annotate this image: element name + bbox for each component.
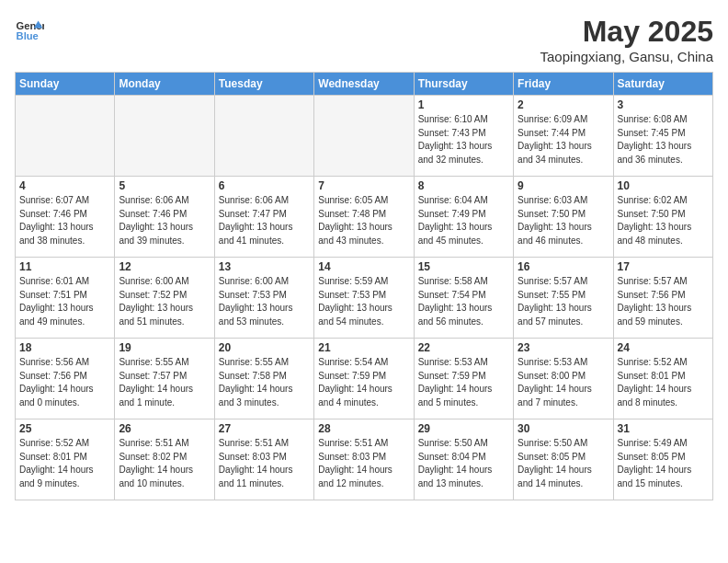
- header-day-tuesday: Tuesday: [214, 73, 313, 96]
- calendar-cell: 17Sunrise: 5:57 AM Sunset: 7:56 PM Dayli…: [613, 258, 712, 339]
- calendar-week-row: 25Sunrise: 5:52 AM Sunset: 8:01 PM Dayli…: [16, 419, 713, 500]
- header-day-friday: Friday: [514, 73, 613, 96]
- day-number: 13: [219, 260, 310, 273]
- calendar-week-row: 11Sunrise: 6:01 AM Sunset: 7:51 PM Dayli…: [16, 258, 713, 339]
- calendar-cell: 14Sunrise: 5:59 AM Sunset: 7:53 PM Dayli…: [314, 258, 414, 339]
- cell-info: Sunrise: 5:56 AM Sunset: 7:56 PM Dayligh…: [19, 356, 110, 409]
- cell-info: Sunrise: 5:53 AM Sunset: 7:59 PM Dayligh…: [418, 356, 509, 409]
- cell-info: Sunrise: 5:50 AM Sunset: 8:04 PM Dayligh…: [418, 437, 509, 490]
- cell-info: Sunrise: 5:52 AM Sunset: 8:01 PM Dayligh…: [19, 437, 110, 490]
- calendar-cell: [314, 96, 414, 177]
- day-number: 1: [418, 98, 509, 111]
- calendar-cell: 23Sunrise: 5:53 AM Sunset: 8:00 PM Dayli…: [514, 339, 613, 419]
- calendar-table: SundayMondayTuesdayWednesdayThursdayFrid…: [15, 72, 713, 500]
- cell-info: Sunrise: 5:49 AM Sunset: 8:05 PM Dayligh…: [618, 437, 709, 490]
- cell-info: Sunrise: 6:06 AM Sunset: 7:46 PM Dayligh…: [119, 194, 210, 247]
- cell-info: Sunrise: 5:55 AM Sunset: 7:57 PM Dayligh…: [119, 356, 210, 409]
- calendar-cell: 6Sunrise: 6:06 AM Sunset: 7:47 PM Daylig…: [214, 177, 313, 258]
- header-day-wednesday: Wednesday: [314, 73, 414, 96]
- cell-info: Sunrise: 5:51 AM Sunset: 8:03 PM Dayligh…: [318, 437, 409, 490]
- title-block: May 2025 Taopingxiang, Gansu, China: [540, 15, 713, 64]
- calendar-cell: 18Sunrise: 5:56 AM Sunset: 7:56 PM Dayli…: [16, 339, 115, 419]
- cell-info: Sunrise: 5:51 AM Sunset: 8:02 PM Dayligh…: [119, 437, 210, 490]
- calendar-cell: 31Sunrise: 5:49 AM Sunset: 8:05 PM Dayli…: [613, 419, 712, 500]
- day-number: 11: [19, 260, 110, 273]
- day-number: 9: [518, 179, 609, 192]
- calendar-cell: 27Sunrise: 5:51 AM Sunset: 8:03 PM Dayli…: [214, 419, 313, 500]
- day-number: 20: [219, 341, 310, 354]
- calendar-header-row: SundayMondayTuesdayWednesdayThursdayFrid…: [16, 73, 713, 96]
- cell-info: Sunrise: 5:57 AM Sunset: 7:55 PM Dayligh…: [518, 275, 609, 328]
- cell-info: Sunrise: 6:10 AM Sunset: 7:43 PM Dayligh…: [418, 113, 509, 167]
- calendar-week-row: 4Sunrise: 6:07 AM Sunset: 7:46 PM Daylig…: [16, 177, 713, 258]
- cell-info: Sunrise: 6:01 AM Sunset: 7:51 PM Dayligh…: [19, 275, 110, 328]
- calendar-cell: [214, 96, 313, 177]
- cell-info: Sunrise: 6:02 AM Sunset: 7:50 PM Dayligh…: [618, 194, 709, 247]
- day-number: 15: [418, 260, 509, 273]
- day-number: 30: [518, 422, 609, 435]
- calendar-cell: 12Sunrise: 6:00 AM Sunset: 7:52 PM Dayli…: [115, 258, 214, 339]
- calendar-cell: 19Sunrise: 5:55 AM Sunset: 7:57 PM Dayli…: [115, 339, 214, 419]
- cell-info: Sunrise: 5:54 AM Sunset: 7:59 PM Dayligh…: [318, 356, 409, 409]
- calendar-cell: 16Sunrise: 5:57 AM Sunset: 7:55 PM Dayli…: [514, 258, 613, 339]
- calendar-cell: 3Sunrise: 6:08 AM Sunset: 7:45 PM Daylig…: [613, 96, 712, 177]
- calendar-cell: 30Sunrise: 5:50 AM Sunset: 8:05 PM Dayli…: [514, 419, 613, 500]
- calendar-cell: 8Sunrise: 6:04 AM Sunset: 7:49 PM Daylig…: [414, 177, 513, 258]
- calendar-cell: 22Sunrise: 5:53 AM Sunset: 7:59 PM Dayli…: [414, 339, 513, 419]
- svg-text:Blue: Blue: [17, 30, 39, 41]
- calendar-cell: 15Sunrise: 5:58 AM Sunset: 7:54 PM Dayli…: [414, 258, 513, 339]
- calendar-cell: 9Sunrise: 6:03 AM Sunset: 7:50 PM Daylig…: [514, 177, 613, 258]
- calendar-cell: 10Sunrise: 6:02 AM Sunset: 7:50 PM Dayli…: [613, 177, 712, 258]
- calendar-cell: 29Sunrise: 5:50 AM Sunset: 8:04 PM Dayli…: [414, 419, 513, 500]
- cell-info: Sunrise: 6:03 AM Sunset: 7:50 PM Dayligh…: [518, 194, 609, 247]
- day-number: 29: [418, 422, 509, 435]
- calendar-cell: 25Sunrise: 5:52 AM Sunset: 8:01 PM Dayli…: [16, 419, 115, 500]
- cell-info: Sunrise: 6:00 AM Sunset: 7:52 PM Dayligh…: [119, 275, 210, 328]
- day-number: 31: [618, 422, 709, 435]
- day-number: 27: [219, 422, 310, 435]
- calendar-cell: 20Sunrise: 5:55 AM Sunset: 7:58 PM Dayli…: [214, 339, 313, 419]
- day-number: 12: [119, 260, 210, 273]
- calendar-cell: 24Sunrise: 5:52 AM Sunset: 8:01 PM Dayli…: [613, 339, 712, 419]
- calendar-cell: 1Sunrise: 6:10 AM Sunset: 7:43 PM Daylig…: [414, 96, 513, 177]
- day-number: 14: [318, 260, 409, 273]
- day-number: 7: [318, 179, 409, 192]
- day-number: 10: [618, 179, 709, 192]
- day-number: 23: [518, 341, 609, 354]
- month-title: May 2025: [540, 15, 713, 49]
- cell-info: Sunrise: 5:50 AM Sunset: 8:05 PM Dayligh…: [518, 437, 609, 490]
- calendar-cell: 28Sunrise: 5:51 AM Sunset: 8:03 PM Dayli…: [314, 419, 414, 500]
- day-number: 4: [19, 179, 110, 192]
- day-number: 16: [518, 260, 609, 273]
- cell-info: Sunrise: 5:52 AM Sunset: 8:01 PM Dayligh…: [618, 356, 709, 409]
- cell-info: Sunrise: 6:05 AM Sunset: 7:48 PM Dayligh…: [318, 194, 409, 247]
- day-number: 8: [418, 179, 509, 192]
- calendar-week-row: 18Sunrise: 5:56 AM Sunset: 7:56 PM Dayli…: [16, 339, 713, 419]
- day-number: 25: [19, 422, 110, 435]
- calendar-cell: 21Sunrise: 5:54 AM Sunset: 7:59 PM Dayli…: [314, 339, 414, 419]
- calendar-cell: [16, 96, 115, 177]
- cell-info: Sunrise: 6:06 AM Sunset: 7:47 PM Dayligh…: [219, 194, 310, 247]
- header-day-thursday: Thursday: [414, 73, 513, 96]
- header-day-saturday: Saturday: [613, 73, 712, 96]
- logo-icon: General Blue: [15, 15, 44, 44]
- day-number: 2: [518, 98, 609, 111]
- calendar-week-row: 1Sunrise: 6:10 AM Sunset: 7:43 PM Daylig…: [16, 96, 713, 177]
- day-number: 24: [618, 341, 709, 354]
- day-number: 17: [618, 260, 709, 273]
- cell-info: Sunrise: 6:04 AM Sunset: 7:49 PM Dayligh…: [418, 194, 509, 247]
- day-number: 28: [318, 422, 409, 435]
- cell-info: Sunrise: 5:57 AM Sunset: 7:56 PM Dayligh…: [618, 275, 709, 328]
- cell-info: Sunrise: 6:08 AM Sunset: 7:45 PM Dayligh…: [618, 113, 709, 167]
- calendar-cell: 4Sunrise: 6:07 AM Sunset: 7:46 PM Daylig…: [16, 177, 115, 258]
- day-number: 19: [119, 341, 210, 354]
- calendar-cell: 11Sunrise: 6:01 AM Sunset: 7:51 PM Dayli…: [16, 258, 115, 339]
- header-day-monday: Monday: [115, 73, 214, 96]
- location-title: Taopingxiang, Gansu, China: [540, 49, 713, 64]
- cell-info: Sunrise: 5:53 AM Sunset: 8:00 PM Dayligh…: [518, 356, 609, 409]
- cell-info: Sunrise: 5:59 AM Sunset: 7:53 PM Dayligh…: [318, 275, 409, 328]
- day-number: 3: [618, 98, 709, 111]
- calendar-cell: 7Sunrise: 6:05 AM Sunset: 7:48 PM Daylig…: [314, 177, 414, 258]
- day-number: 5: [119, 179, 210, 192]
- day-number: 6: [219, 179, 310, 192]
